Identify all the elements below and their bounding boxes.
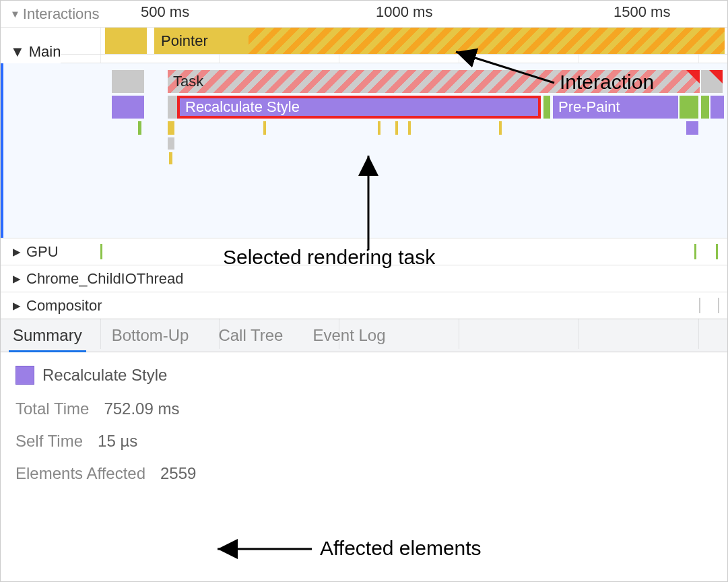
tab-summary[interactable]: Summary [13,319,82,352]
annotation-affected: Affected elements [320,537,482,560]
summary-row-elements: Elements Affected 2559 [15,464,713,483]
recalculate-style-label: Recalculate Style [185,98,300,116]
compositor-tick [718,298,719,313]
main-label-text: Main [29,43,61,61]
block-tiny[interactable] [701,96,709,119]
summary-title: Recalculate Style [15,366,713,385]
interactions-label: ▼ Interactions [1,5,100,23]
tick [169,152,172,164]
time-tick: 1000 ms [376,3,432,21]
compositor-tick [699,298,700,313]
chevron-right-icon: ▶ [13,300,21,312]
tick [263,121,266,135]
tick [686,121,698,135]
summary-panel: Recalculate Style Total Time 752.09 ms S… [1,352,727,510]
block-tiny[interactable] [168,96,177,119]
details-tabs: Summary Bottom-Up Call Tree Event Log [1,319,727,352]
chevron-down-icon: ▼ [10,9,20,19]
selection-bracket-icon [1,40,6,243]
task-label: Task [173,73,203,90]
main-track: ▼ Main Task Recalculate Style Pre-Paint [1,63,727,238]
total-time-label: Total Time [15,399,89,418]
interaction-block[interactable] [105,28,147,54]
summary-row-total-time: Total Time 752.09 ms [15,399,713,418]
main-track-header[interactable]: ▼ Main [1,40,61,63]
gpu-label: GPU [26,243,59,261]
block-tiny[interactable] [680,96,698,119]
chevron-right-icon: ▶ [13,246,21,258]
time-tick: 500 ms [141,3,189,21]
task-block[interactable] [701,70,723,93]
tick [168,137,174,150]
pre-paint-block[interactable]: Pre-Paint [553,96,678,119]
elements-affected-value: 2559 [160,464,196,483]
block-tiny[interactable] [543,96,550,119]
time-tick: 1500 ms [614,3,670,21]
tick [499,121,502,135]
task-block[interactable] [112,70,144,93]
task-block-long[interactable]: Task [168,70,700,93]
compositor-track-header[interactable]: ▶ Compositor [1,292,727,319]
gpu-track-header[interactable]: ▶ GPU [1,238,727,265]
summary-event-name: Recalculate Style [42,366,167,385]
interactions-label-text: Interactions [23,5,100,23]
tick [395,121,398,135]
long-task-flag-icon [709,70,723,84]
tab-call-tree[interactable]: Call Tree [218,319,283,352]
tab-event-log[interactable]: Event Log [312,319,385,352]
pointer-label-text: Pointer [161,32,208,50]
tab-bottom-up[interactable]: Bottom-Up [112,319,189,352]
tick [168,121,174,135]
block-tiny[interactable] [710,96,724,119]
childio-track-header[interactable]: ▶ Chrome_ChildIOThread [1,265,727,292]
chevron-right-icon: ▶ [13,273,21,285]
elements-affected-label: Elements Affected [15,464,145,483]
childio-label: Chrome_ChildIOThread [26,270,184,288]
gpu-tick [716,244,718,259]
self-time-label: Self Time [15,432,83,451]
style-block[interactable] [112,96,144,119]
pre-paint-label: Pre-Paint [558,98,620,116]
summary-row-self-time: Self Time 15 µs [15,432,713,451]
interactions-track-header[interactable]: ▼ Interactions 500 ms 1000 ms 1500 ms [1,1,727,28]
self-time-value: 15 µs [98,432,137,451]
gpu-tick [694,244,696,259]
chevron-down-icon: ▼ [10,43,25,61]
tick [378,121,380,135]
tick [138,121,141,135]
recalculate-style-block[interactable]: Recalculate Style [177,96,541,119]
total-time-value: 752.09 ms [104,399,179,418]
long-task-flag-icon [686,70,700,84]
pointer-track: Pointer [1,28,727,55]
tick [408,121,411,135]
color-swatch-icon [15,366,34,385]
pointer-label: Pointer [154,28,249,54]
gpu-tick [100,244,102,259]
compositor-label: Compositor [26,297,102,315]
